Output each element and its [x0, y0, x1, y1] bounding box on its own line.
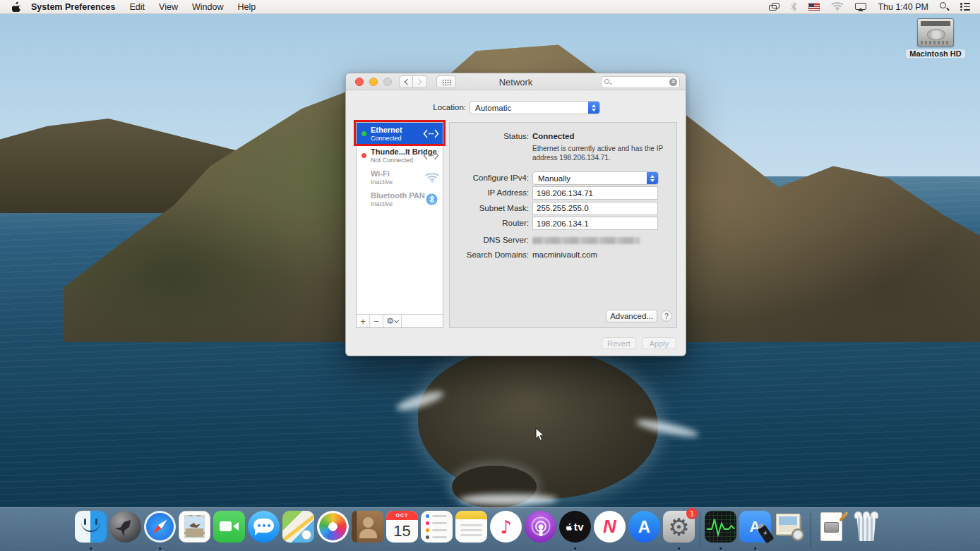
clear-search-icon[interactable] — [669, 78, 677, 86]
dock-item-disk-installer-utility[interactable]: A — [738, 508, 772, 551]
apply-button[interactable]: Apply — [642, 337, 676, 349]
dock-item-photos[interactable] — [316, 508, 350, 551]
service-actions-menu-button[interactable]: ⚙ — [383, 315, 402, 327]
running-indicator — [754, 547, 757, 550]
title-bar[interactable]: Network — [346, 73, 686, 90]
app-store-icon: A — [628, 511, 660, 543]
notes-icon — [455, 511, 487, 543]
advanced-button[interactable]: Advanced... — [606, 310, 657, 322]
maps-icon — [282, 511, 314, 543]
configure-ipv4-select[interactable]: Manually — [532, 171, 659, 185]
notification-center-icon[interactable] — [960, 3, 970, 11]
dock-item-music[interactable]: ♪ — [489, 508, 523, 551]
dock-item-finder[interactable] — [73, 508, 108, 551]
search-domains-value: macminivault.com — [532, 250, 597, 259]
dock-item-facetime[interactable] — [212, 508, 246, 551]
menu-bar-clock[interactable]: Thu 1:40 PM — [878, 2, 928, 12]
status-value: Connected — [532, 132, 574, 140]
bluetooth-icon[interactable] — [791, 2, 797, 11]
music-icon: ♪ — [490, 511, 522, 543]
dock-item-apple-tv[interactable]: tv — [558, 508, 592, 551]
dock-item-system-preferences[interactable]: ⚙ 1 — [662, 508, 696, 551]
menu-window[interactable]: Window — [185, 2, 230, 12]
news-icon: N — [594, 511, 626, 543]
help-button[interactable]: ? — [661, 310, 672, 322]
system-preferences-icon: ⚙ 1 — [663, 511, 695, 543]
dock-item-maps[interactable] — [281, 508, 316, 551]
status-dot-not-connected — [361, 153, 366, 158]
service-row-ethernet[interactable]: Ethernet Connected — [357, 123, 443, 145]
router-field[interactable] — [532, 217, 658, 230]
running-indicator — [574, 547, 577, 550]
running-indicator — [719, 547, 722, 550]
activity-monitor-icon — [705, 511, 736, 543]
desktop-icon-macintosh-hd[interactable]: Macintosh HD — [904, 18, 967, 59]
location-select[interactable]: Automatic — [470, 101, 600, 114]
dock-item-activity-monitor[interactable] — [703, 508, 738, 551]
reminders-icon — [421, 511, 453, 543]
search-input[interactable] — [614, 78, 669, 86]
dock-item-podcasts[interactable] — [523, 508, 558, 551]
service-row-wifi[interactable]: Wi-Fi Inactive — [357, 166, 443, 188]
dock-item-preview[interactable] — [772, 508, 807, 551]
dock-item-trash[interactable] — [849, 508, 883, 551]
zoom-button-disabled — [383, 78, 392, 86]
menu-edit[interactable]: Edit — [123, 2, 153, 12]
dock-item-app-store[interactable]: A — [627, 508, 662, 551]
disk-image-document-icon — [815, 511, 847, 543]
popup-stepper-icon — [647, 171, 658, 185]
search-icon — [604, 78, 611, 85]
input-source-flag-icon[interactable] — [808, 3, 820, 11]
search-field[interactable] — [601, 76, 680, 88]
airplay-display-icon[interactable] — [855, 3, 866, 11]
dock-item-notes[interactable] — [454, 508, 489, 551]
menu-help[interactable]: Help — [230, 2, 263, 12]
facetime-icon — [213, 511, 245, 543]
service-row-thunderbolt-bridge[interactable]: Thunde...lt Bridge Not Connected — [357, 145, 443, 166]
close-button[interactable] — [355, 78, 364, 86]
show-all-button[interactable] — [436, 75, 456, 88]
apple-menu[interactable] — [8, 1, 24, 12]
hard-drive-icon — [917, 18, 954, 47]
ethernet-icon — [423, 128, 439, 141]
revert-button[interactable]: Revert — [602, 337, 636, 349]
dock-item-safari[interactable] — [143, 508, 177, 551]
magnifier-icon — [791, 528, 804, 541]
dock-divider — [807, 508, 814, 551]
dock-item-reminders[interactable] — [419, 508, 454, 551]
remove-service-button[interactable]: − — [370, 315, 383, 327]
menu-app-name[interactable]: System Preferences — [24, 2, 123, 12]
trash-full-icon — [850, 511, 882, 543]
subnet-mask-field[interactable] — [532, 202, 658, 215]
menu-view[interactable]: View — [152, 2, 185, 12]
messages-icon — [248, 511, 280, 543]
service-row-bluetooth-pan[interactable]: Bluetooth PAN Inactive — [357, 188, 443, 210]
dock-item-contacts[interactable] — [350, 508, 385, 551]
forward-button — [413, 75, 427, 88]
ip-address-label: IP Address: — [450, 188, 529, 197]
minimize-button[interactable] — [369, 78, 378, 86]
dock-item-calendar[interactable]: OCT 15 — [385, 508, 419, 551]
dock-item-launchpad[interactable] — [108, 508, 143, 551]
dock-item-messages[interactable] — [246, 508, 281, 551]
screen-mirroring-icon[interactable] — [769, 3, 779, 11]
wallpaper-surf — [459, 494, 558, 505]
preview-icon — [774, 511, 806, 543]
disk-installer-utility-icon: A — [739, 511, 771, 543]
dock-item-disk-image-document[interactable] — [814, 508, 849, 551]
back-button[interactable] — [399, 75, 413, 88]
launchpad-icon — [109, 511, 141, 543]
add-service-button[interactable]: + — [357, 315, 370, 327]
dock-item-mail[interactable] — [177, 508, 212, 551]
running-indicator — [678, 547, 681, 550]
bluetooth-icon — [426, 193, 438, 208]
dns-server-value-redacted — [532, 237, 640, 244]
services-sidebar: Ethernet Connected Thunde...lt Bridge No… — [356, 122, 443, 328]
dock-item-news[interactable]: N — [592, 508, 627, 551]
wifi-menu-icon[interactable] — [831, 1, 844, 13]
chevron-down-icon — [394, 318, 398, 322]
calendar-icon: OCT 15 — [386, 511, 418, 543]
wifi-icon — [425, 172, 439, 186]
ip-address-field[interactable] — [532, 186, 658, 200]
spotlight-icon[interactable] — [940, 2, 949, 11]
